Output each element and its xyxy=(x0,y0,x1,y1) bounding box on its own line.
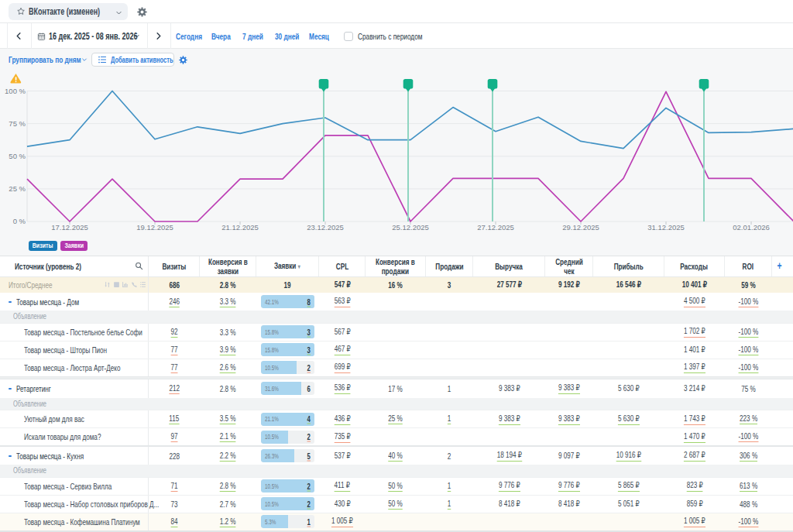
svg-text:29.12.2025: 29.12.2025 xyxy=(562,223,599,232)
svg-text:100 %: 100 % xyxy=(5,87,26,95)
svg-text:27.12.2025: 27.12.2025 xyxy=(477,223,514,232)
svg-text:31.12.2025: 31.12.2025 xyxy=(647,223,685,232)
svg-text:50 %: 50 % xyxy=(9,152,26,160)
svg-text:19.12.2025: 19.12.2025 xyxy=(136,223,173,232)
svg-text:17.12.2025: 17.12.2025 xyxy=(51,223,88,232)
svg-text:25 %: 25 % xyxy=(9,184,26,193)
svg-text:23.12.2025: 23.12.2025 xyxy=(307,223,344,232)
svg-text:25.12.2025: 25.12.2025 xyxy=(392,223,429,232)
svg-text:75 %: 75 % xyxy=(9,119,26,128)
svg-text:02.01.2026: 02.01.2026 xyxy=(733,223,770,232)
svg-text:21.12.2025: 21.12.2025 xyxy=(221,223,259,232)
svg-text:0 %: 0 % xyxy=(13,217,26,225)
